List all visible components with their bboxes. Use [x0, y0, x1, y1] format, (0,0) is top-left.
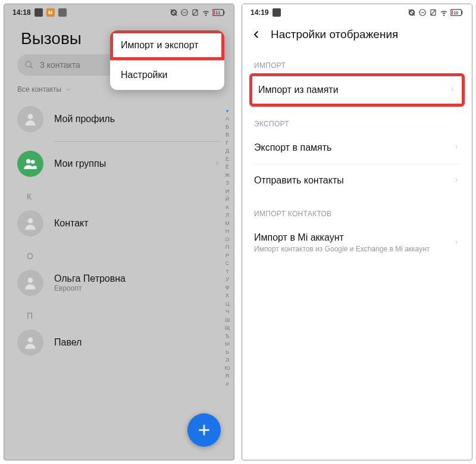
chevron-right-icon [449, 85, 456, 95]
upload-indicator-icon [273, 8, 281, 17]
filter-label: Все контакты [17, 85, 61, 94]
alphabet-index[interactable]: ♥ АБВГДЕЁЖЗИЙКЛМНОПРСТУФХЦЧШЩЪЫЬЭЮЯ# [223, 108, 231, 388]
overflow-menu: Импорт и экспорт Настройки [110, 30, 224, 90]
contact-name: Мой профиль [54, 114, 221, 124]
index-letters: АБВГДЕЁЖЗИЙКЛМНОПРСТУФХЦЧШЩЪЫЬЭЮЯ# [223, 115, 231, 388]
phone-left-screen: 14:18 М 11 Вызовы 3 контакта Все контакт… [4, 4, 234, 460]
svg-point-13 [28, 218, 33, 223]
dnd-icon [180, 8, 189, 17]
phone-right-screen: 14:19 10 Настройки отображения ИМПОРТ Им… [242, 4, 472, 460]
contact-name: Павел [54, 337, 221, 348]
battery-icon: 10 [450, 9, 464, 16]
svg-point-8 [26, 61, 31, 67]
import-from-storage-row[interactable]: Импорт из памяти [252, 76, 462, 104]
my-groups-row[interactable]: Мои группы [4, 142, 234, 186]
upload-indicator-icon [35, 8, 43, 17]
status-bar-right: 14:19 10 [242, 4, 472, 21]
row-subtitle: Импорт контактов из Google и Exchange в … [254, 245, 447, 253]
svg-point-12 [31, 160, 35, 164]
no-sim-icon [191, 8, 199, 17]
row-label: Импорт из памяти [258, 85, 443, 95]
plus-icon [196, 422, 212, 438]
status-bar-left: 14:18 М 11 [4, 4, 234, 21]
svg-rect-23 [462, 11, 463, 14]
svg-text:10: 10 [454, 11, 459, 15]
svg-text:11: 11 [216, 11, 221, 15]
my-profile-row[interactable]: Мой профиль [4, 97, 234, 141]
search-placeholder: 3 контакта [40, 60, 80, 70]
wifi-icon [202, 8, 210, 17]
section-letter-k: К [4, 186, 234, 201]
chevron-left-icon [251, 29, 262, 40]
svg-point-11 [26, 159, 31, 164]
search-icon [24, 60, 34, 70]
alarm-off-icon [170, 8, 178, 17]
svg-line-3 [193, 10, 198, 15]
import-mi-account-row[interactable]: Импорт в Mi аккаунт Импорт контактов из … [242, 222, 472, 264]
contact-row-p[interactable]: Павел [4, 320, 234, 365]
row-label: Отправить контакты [254, 175, 447, 186]
svg-point-10 [28, 114, 33, 119]
export-to-storage-row[interactable]: Экспорт в память [242, 132, 472, 164]
svg-point-14 [28, 278, 33, 283]
contact-name: Контакт [54, 218, 221, 229]
section-import-header: ИМПОРТ [242, 48, 472, 73]
chevron-right-icon [214, 158, 221, 169]
section-import-contacts-header: ИМПОРТ КОНТАКТОВ [242, 197, 472, 222]
svg-point-15 [28, 337, 33, 342]
svg-line-21 [431, 10, 436, 15]
avatar-icon [17, 210, 43, 236]
avatar-icon [17, 329, 43, 356]
menu-settings[interactable]: Настройки [110, 60, 224, 90]
add-contact-button[interactable] [187, 413, 221, 447]
chevron-down-icon [65, 86, 72, 93]
app-notification-icon: М [46, 8, 55, 17]
back-button[interactable] [248, 29, 265, 40]
header: Настройки отображения [242, 21, 472, 48]
contact-row-k[interactable]: Контакт [4, 201, 234, 245]
svg-rect-6 [214, 11, 215, 15]
chevron-right-icon [453, 142, 460, 153]
status-time: 14:18 [12, 8, 31, 17]
svg-line-9 [30, 66, 33, 68]
heart-icon: ♥ [223, 108, 231, 115]
chevron-right-icon [453, 238, 460, 248]
row-label: Экспорт в память [254, 142, 447, 153]
section-letter-o: О [4, 245, 234, 261]
menu-import-export[interactable]: Импорт и экспорт [110, 30, 224, 60]
alarm-off-icon [408, 8, 416, 17]
row-label: Импорт в Mi аккаунт [254, 232, 447, 243]
wifi-icon [440, 8, 448, 17]
trash-notification-icon [58, 8, 67, 17]
dnd-icon [418, 8, 427, 17]
status-time: 14:19 [250, 8, 269, 17]
svg-rect-5 [224, 11, 225, 14]
chevron-right-icon [453, 175, 460, 186]
no-sim-icon [429, 8, 437, 17]
send-contacts-row[interactable]: Отправить контакты [242, 164, 472, 197]
contact-subtitle: Евроопт [54, 284, 221, 292]
contact-name: Мои группы [54, 158, 203, 169]
battery-icon: 11 [212, 9, 226, 16]
svg-rect-24 [452, 11, 453, 15]
contact-name: Ольга Петровна [54, 273, 221, 284]
avatar-icon [17, 270, 43, 296]
page-title: Настройки отображения [271, 28, 398, 41]
groups-icon [17, 151, 43, 177]
contact-row-o[interactable]: Ольга Петровна Евроопт [4, 261, 234, 305]
highlight-box: Импорт из памяти [249, 73, 465, 107]
section-letter-p: П [4, 305, 234, 320]
avatar-icon [17, 106, 43, 132]
section-export-header: ЭКСПОРТ [242, 107, 472, 132]
